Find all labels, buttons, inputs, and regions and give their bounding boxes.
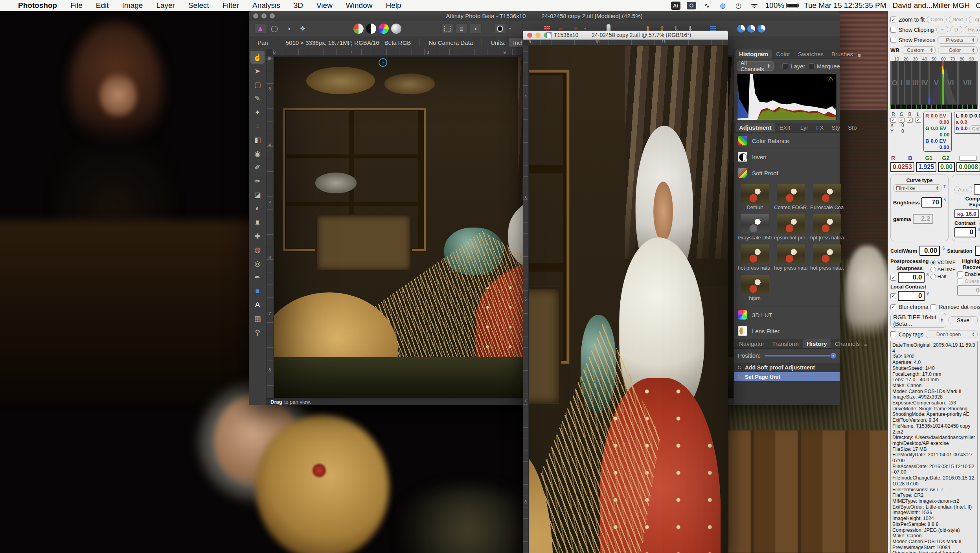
- history-button[interactable]: History: [965, 26, 980, 33]
- tab-lyr[interactable]: Lyr: [797, 123, 812, 132]
- tab-sto[interactable]: Sto: [844, 123, 860, 132]
- menu-item[interactable]: File: [64, 1, 89, 10]
- text-tool[interactable]: A: [250, 298, 265, 311]
- checkbox-icon[interactable]: [809, 63, 815, 69]
- flood-fill-tool[interactable]: ◧: [250, 133, 265, 146]
- radio-icon[interactable]: [930, 267, 936, 272]
- menu-item[interactable]: Filter: [216, 1, 246, 10]
- smudge-tool[interactable]: ◎: [250, 257, 265, 270]
- menu-item[interactable]: Analysis: [246, 1, 287, 10]
- l-checkbox[interactable]: ✓: [915, 118, 921, 123]
- preset-item[interactable]: htprn: [738, 275, 772, 301]
- brightness-field[interactable]: 70: [921, 197, 942, 208]
- selection-subtract-icon[interactable]: ⧅: [456, 24, 467, 34]
- exposure-field[interactable]: 0.00: [974, 184, 980, 195]
- dodge-tool[interactable]: ◐: [250, 202, 265, 215]
- plus-button[interactable]: +: [936, 26, 948, 33]
- tab-swatches[interactable]: Swatches: [794, 50, 827, 59]
- sharpness-checkbox[interactable]: ✓: [890, 275, 896, 281]
- checkbox-icon[interactable]: ✓: [890, 17, 896, 22]
- selection-intersect-icon[interactable]: ◖: [470, 24, 482, 34]
- warning-icon[interactable]: ⚠: [828, 75, 834, 83]
- time-machine-icon[interactable]: ◷: [734, 1, 743, 10]
- color-replacement-tool[interactable]: ✏: [250, 175, 265, 187]
- radio-icon[interactable]: [930, 260, 936, 265]
- layer-checkbox[interactable]: Layer: [782, 63, 805, 70]
- photo-document-view-2[interactable]: [529, 46, 728, 553]
- user-menu[interactable]: David and...Miller MGH: [893, 1, 970, 10]
- preset-item[interactable]: hoy press natu...: [774, 244, 808, 271]
- interp-radio-option[interactable]: VCDMF: [930, 259, 956, 265]
- quick-mask-icon[interactable]: [494, 24, 506, 34]
- local-contrast-checkbox[interactable]: ✓: [890, 293, 896, 299]
- zoom-to-fit-checkbox[interactable]: ✓ Zoom to fit: [890, 17, 925, 23]
- quick-mask-caret-icon[interactable]: ▾: [509, 26, 511, 31]
- cold-warm-field[interactable]: 0.00: [919, 246, 940, 256]
- dont-open-dropdown[interactable]: Don't open ▲▼: [926, 331, 978, 338]
- adobe-cc-icon[interactable]: A\: [671, 2, 680, 10]
- auto-button[interactable]: Auto: [954, 186, 972, 193]
- adjustment-color-balance[interactable]: Color Balance: [734, 132, 840, 149]
- highlights-field[interactable]: 0.00: [957, 285, 980, 296]
- preset-item[interactable]: Euroscale Coa...: [810, 184, 844, 210]
- window2-titlebar[interactable]: T1536x10 24-02458 copy 2.tiff @ 57.7% (R…: [523, 31, 728, 40]
- tone-map-persona-icon[interactable]: ❖: [297, 24, 309, 34]
- g2-multiplier-field[interactable]: 0.0008: [956, 162, 980, 172]
- menu-clock[interactable]: Tue Mar 15 12:35:35 PM: [804, 1, 886, 10]
- develop-persona-icon[interactable]: ◑: [283, 24, 294, 34]
- adjustment-3d-lut[interactable]: 3D LUT: [734, 307, 840, 323]
- document-canvas-2[interactable]: [529, 46, 728, 553]
- channels-dropdown[interactable]: All Channels ▲▼: [737, 61, 774, 71]
- zoom-fit-icon[interactable]: [737, 25, 745, 33]
- menu-item[interactable]: Layer: [149, 1, 182, 10]
- menu-item[interactable]: Edit: [89, 1, 116, 10]
- minimize-button[interactable]: [535, 33, 541, 38]
- checkbox-icon[interactable]: [930, 304, 936, 310]
- spotlight-icon[interactable]: [976, 3, 980, 8]
- preset-item[interactable]: hot press natu...: [738, 244, 772, 271]
- b-checkbox[interactable]: ✓: [907, 118, 913, 123]
- compressed-range-field[interactable]: Rg. 16.0: [954, 209, 979, 218]
- curve-type-dropdown[interactable]: Film-like ▲▼: [893, 184, 941, 192]
- mesh-warp-tool[interactable]: ▦: [250, 312, 265, 325]
- tab-histogram[interactable]: Histogram: [735, 50, 772, 59]
- lasso-tool[interactable]: ◌: [250, 119, 265, 132]
- interp-radio-option[interactable]: Half: [930, 274, 956, 279]
- window2-traffic-lights[interactable]: [523, 33, 549, 38]
- saturation-field[interactable]: 0: [975, 246, 980, 256]
- rectangle-tool[interactable]: ■: [250, 285, 265, 298]
- tab-exif[interactable]: EXIF: [776, 123, 796, 132]
- zoom-selection-icon[interactable]: [758, 25, 765, 33]
- checkbox-icon[interactable]: [890, 331, 896, 337]
- menu-item[interactable]: View: [310, 1, 339, 10]
- presets-dropdown[interactable]: Presets ▲▼: [938, 36, 978, 44]
- color-wheel-icon[interactable]: [379, 24, 389, 34]
- hand-tool[interactable]: ☝: [250, 51, 265, 64]
- r-checkbox[interactable]: ✓: [890, 118, 896, 123]
- crop-tool[interactable]: ▢: [250, 78, 265, 91]
- panel-menu-icon[interactable]: ≡: [857, 52, 862, 59]
- radio-icon[interactable]: [930, 274, 936, 279]
- panel-menu-icon[interactable]: ≡: [864, 342, 869, 348]
- window1-titlebar[interactable]: Affinity Photo Beta - T1536x1024-02458 c…: [249, 11, 840, 21]
- checkbox-icon[interactable]: [782, 63, 788, 69]
- apply-button[interactable]: Apply: [969, 16, 980, 23]
- erase-tool[interactable]: ◪: [250, 188, 265, 201]
- snapping-caret-icon[interactable]: ▾: [584, 26, 586, 31]
- show-clipping-checkbox[interactable]: Show Clipping: [890, 27, 934, 33]
- tab-brushes[interactable]: Brushes: [828, 50, 857, 59]
- tab-transform[interactable]: Transform: [769, 339, 802, 348]
- menu-item[interactable]: Help: [379, 1, 408, 10]
- menu-item[interactable]: Photoshop: [14, 1, 64, 10]
- local-contrast-field[interactable]: 0: [898, 291, 925, 301]
- history-entry[interactable]: ↻ Add Soft proof Adjustment: [734, 362, 840, 372]
- preset-item[interactable]: hot press natu...: [810, 244, 844, 271]
- preset-item[interactable]: Coated FOGR...: [774, 184, 808, 210]
- zoom-tool[interactable]: ⚲: [250, 326, 265, 339]
- split-view-icon[interactable]: [353, 24, 364, 34]
- adjustment-lens-filter[interactable]: Lens Filter: [734, 323, 840, 339]
- zoom-100-icon[interactable]: [747, 25, 755, 33]
- move-tool[interactable]: ➤: [250, 64, 265, 77]
- checkbox-icon[interactable]: [890, 37, 896, 43]
- r-multiplier-field[interactable]: 0.0253: [890, 162, 914, 172]
